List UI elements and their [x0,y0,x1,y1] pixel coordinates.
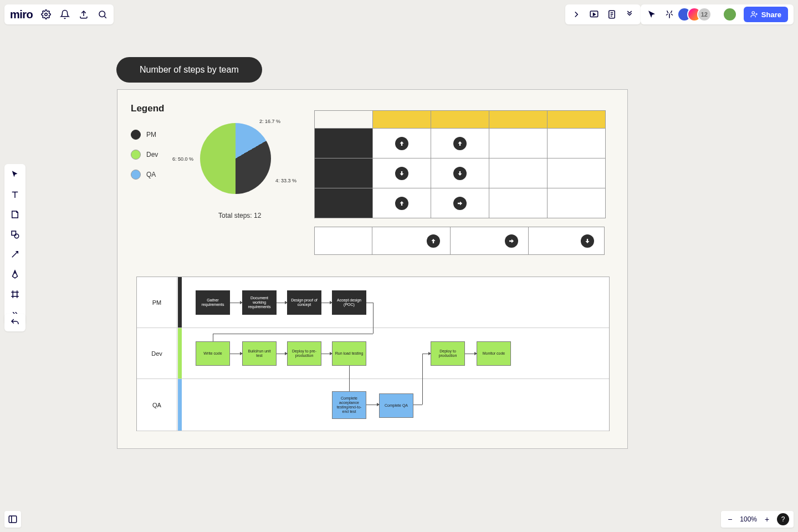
collaborator-avatars[interactable]: 12 [682,7,712,22]
export-icon[interactable] [78,9,89,20]
svg-point-4 [752,12,755,14]
text-tool-icon[interactable] [9,188,21,201]
pie-slice-label-dev: 6: 50.0 % [172,156,193,162]
app-logo: miro [10,8,33,21]
swimlane-card[interactable]: Run load testing [332,341,366,366]
pen-tool-icon[interactable] [9,268,21,280]
arrowhead-icon [474,352,477,355]
pie-chart[interactable] [200,123,271,194]
arrow-right-icon [505,234,518,248]
sticky-note-tool-icon[interactable] [9,208,21,221]
arrow-right-icon [453,197,467,210]
zoom-controls: − 100% + ? [721,511,794,528]
arrowhead-icon [377,403,380,406]
legend-label: PM [146,131,156,139]
arrow-up-icon [395,137,408,150]
share-button-label: Share [761,11,781,19]
zoom-level-label[interactable]: 100% [740,515,757,523]
arrowhead-icon [330,301,332,304]
left-toolbar [4,164,25,325]
legend-item-pm: PM [131,130,158,140]
frame-tool-icon[interactable] [9,288,21,300]
pie-slice-label-qa: 2: 16.7 % [259,119,280,124]
frames-panel-toggle-icon[interactable] [4,511,21,528]
lane-header: PM [137,277,177,328]
arrow-up-icon [427,234,440,248]
shape-tool-icon[interactable] [9,228,21,241]
svg-point-6 [14,234,19,238]
swimlane-card[interactable]: Accept design (POC) [332,290,366,315]
chevron-right-icon[interactable] [571,9,582,20]
lane-header: Dev [137,328,177,378]
more-chevrons-icon[interactable] [624,9,635,20]
zoom-out-button[interactable]: − [725,515,734,524]
cursor-icon[interactable] [646,9,657,20]
swimlane-card[interactable]: Monitor code [477,341,511,366]
swimlane-card[interactable]: Write code [196,341,230,366]
legend-swatch-qa [131,170,141,180]
arrowhead-icon [285,352,288,355]
swimlane-card[interactable]: Complete QA [379,393,413,418]
swimlane-card[interactable]: Deploy to pre-production [287,341,321,366]
arrow-up-icon [453,137,467,150]
arrow-down-icon [395,167,408,180]
swimlane-card[interactable]: Build/run unit test [242,341,277,366]
arrow-down-icon [581,234,594,248]
present-icon[interactable] [589,9,600,20]
arrowhead-icon [330,352,332,355]
current-user-avatar[interactable] [723,7,737,22]
notes-icon[interactable] [606,9,617,20]
arrow-up-icon [395,197,408,210]
top-right-collab-toolbar: 12 Share [641,4,794,24]
swimlane-card[interactable]: Design proof of concept [287,290,321,315]
legend-item-qa: QA [131,170,158,180]
swimlane-diagram[interactable]: PM Dev QA Gather requirements Document w… [136,277,610,431]
pie-slice-label-pm: 4: 33.3 % [275,178,296,183]
legend-label: Dev [146,151,158,158]
swimlane-card[interactable]: Complete acceptance testing/end-to-end t… [332,391,366,419]
connector [213,334,213,341]
undo-button[interactable] [4,314,25,331]
share-button[interactable]: Share [744,7,788,22]
svg-rect-7 [9,516,17,523]
swimlane-card[interactable]: Gather requirements [196,290,230,315]
connector [413,405,422,405]
connector [366,303,373,303]
help-button[interactable]: ? [777,513,789,525]
select-tool-icon[interactable] [9,168,21,181]
legend-item-dev: Dev [131,150,158,160]
avatar-overflow-count: 12 [697,7,712,22]
legend-list: PM Dev QA [131,130,158,180]
lane-color-bar [178,328,182,378]
frame-title-pill[interactable]: Number of steps by team [116,57,262,83]
arrowhead-icon [240,352,243,355]
notifications-icon[interactable] [59,9,70,20]
search-icon[interactable] [97,9,108,20]
connector [349,366,350,391]
secondary-table[interactable] [314,227,605,255]
connector-tool-icon[interactable] [9,248,21,260]
top-left-toolbar: miro [4,4,114,24]
lane-header: QA [137,379,177,431]
summary-table[interactable] [314,110,606,218]
arrow-down-icon [453,167,467,180]
svg-point-1 [99,11,105,17]
lane-color-bar [178,277,182,328]
swimlane-card[interactable]: Deploy to production [431,341,465,366]
arrowhead-icon [428,352,431,355]
svg-point-0 [45,13,48,16]
connector [213,334,373,334]
legend-label: QA [146,171,156,178]
swimlane-card[interactable]: Document working requirements [242,290,277,315]
arrowhead-icon [240,301,243,304]
reactions-icon[interactable] [664,9,675,20]
legend-swatch-dev [131,150,141,160]
arrowhead-icon [285,301,288,304]
settings-icon[interactable] [40,9,52,20]
connector [422,354,423,405]
top-right-presentation-toolbar [565,4,641,24]
zoom-in-button[interactable]: + [763,515,771,524]
pie-total-label: Total steps: 12 [218,212,261,219]
legend-heading: Legend [131,103,164,114]
connector [373,303,374,334]
